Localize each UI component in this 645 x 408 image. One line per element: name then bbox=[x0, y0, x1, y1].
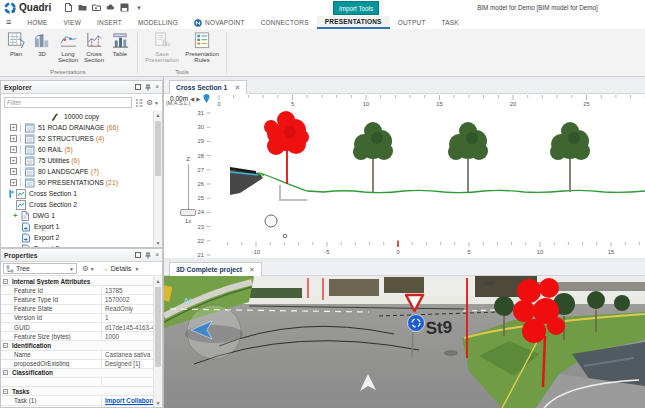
menu-tab-modelling[interactable]: MODELLING bbox=[130, 16, 186, 29]
plan-button[interactable]: Plan bbox=[4, 31, 28, 57]
folder-image-icon[interactable] bbox=[92, 3, 101, 12]
menu-tab-view[interactable]: VIEW bbox=[56, 16, 89, 29]
scroll-down-icon[interactable]: ▼ bbox=[154, 400, 162, 406]
expand-icon[interactable]: + bbox=[10, 168, 17, 175]
property-value: Castanea sativa bbox=[101, 351, 153, 359]
scroll-down-icon[interactable]: ▼ bbox=[154, 240, 162, 246]
property-section-identification[interactable]: −Identification bbox=[1, 341, 153, 350]
property-section-classification[interactable]: −Classification bbox=[1, 369, 153, 378]
tree-item-dwg-1[interactable]: +DWG 1 bbox=[1, 210, 153, 221]
menu-tab-insert[interactable]: INSERT bbox=[89, 16, 130, 29]
pin-icon[interactable] bbox=[145, 252, 151, 259]
presentation-rules-button[interactable]: Presentation Rules bbox=[183, 31, 221, 64]
cross-section-button[interactable]: Cross Section bbox=[82, 31, 106, 64]
collapse-icon[interactable]: − bbox=[3, 370, 8, 375]
close-tab-icon[interactable]: ✕ bbox=[234, 84, 240, 92]
property-section-tasks[interactable]: −Tasks bbox=[1, 387, 153, 396]
tree-item-label: 80 LANDSCAPE bbox=[38, 168, 89, 175]
tree-item-52-structures[interactable]: +52 STRUCTURES(4) bbox=[1, 133, 153, 144]
tree-item-51-road-drainage[interactable]: +51 ROAD DRAINAGE(66) bbox=[1, 122, 153, 133]
table-button[interactable]: Table bbox=[108, 31, 132, 57]
property-row-guid: GUIDd17de145-4163-4e4b-a... bbox=[1, 323, 153, 332]
close-tab-icon[interactable]: ✕ bbox=[249, 266, 255, 274]
item-count: (6) bbox=[71, 157, 79, 164]
save-presentation-icon bbox=[153, 31, 172, 50]
collapse-icon[interactable]: − bbox=[3, 279, 8, 284]
filter-input[interactable] bbox=[4, 97, 132, 108]
scroll-up-icon[interactable]: ▲ bbox=[154, 112, 162, 118]
tab-cross-section-1[interactable]: Cross Section 1 ✕ bbox=[169, 80, 247, 94]
collapse-icon[interactable]: − bbox=[3, 343, 8, 348]
tree-item-60-rail[interactable]: +60 RAIL(5) bbox=[1, 144, 153, 155]
tree-guide-line bbox=[20, 134, 21, 143]
svg-text:24: 24 bbox=[198, 209, 205, 215]
previous-station-icon[interactable]: ◀ bbox=[190, 96, 194, 102]
expand-icon[interactable]: + bbox=[10, 146, 17, 153]
tree-item-90-presentations[interactable]: +90 PRESENTATIONS(21) bbox=[1, 177, 153, 188]
scrollbar-thumb[interactable] bbox=[155, 121, 161, 176]
float-window-icon[interactable] bbox=[135, 252, 141, 258]
settings-gear-icon[interactable]: ⚙▼ bbox=[146, 98, 159, 107]
tree-guide-line bbox=[20, 178, 21, 187]
details-button[interactable]: → Details ▼ bbox=[102, 265, 140, 272]
cross-section-canvas[interactable]: 0.00m ◀ ▶ (M.A.S.L.) Z 1x 0510152025 -10… bbox=[164, 94, 645, 258]
tree-item-cross-section-2[interactable]: Cross Section 2 bbox=[1, 199, 153, 210]
tree-item-export-3[interactable]: Export 3 bbox=[1, 243, 153, 247]
pin-icon[interactable] bbox=[145, 84, 151, 91]
menu-tab-home[interactable]: HOME bbox=[19, 16, 55, 29]
tree-item-75-utilities[interactable]: +75 Utilities(6) bbox=[1, 155, 153, 166]
cloud-share-icon[interactable] bbox=[106, 3, 115, 12]
menu-tab-presentations[interactable]: PRESENTATIONS bbox=[317, 16, 390, 29]
3d-canvas[interactable]: St9 St63 N bbox=[164, 276, 645, 408]
new-document-icon[interactable] bbox=[64, 3, 73, 12]
menu-tab-output[interactable]: OUTPUT bbox=[390, 16, 434, 29]
viewer-3d: 3D Complete project ✕ bbox=[164, 262, 645, 408]
float-window-icon[interactable] bbox=[135, 84, 141, 90]
selected-tree[interactable] bbox=[264, 111, 309, 184]
tree-view-icon[interactable] bbox=[135, 93, 143, 111]
close-panel-icon[interactable]: × bbox=[155, 84, 159, 91]
titlebar: Quadri ▼ Import Tools BIM model for Demo… bbox=[0, 0, 645, 16]
menu-tabs: HOMEVIEWINSERTMODELLINGNOVAPOINTCONNECTO… bbox=[19, 16, 467, 29]
properties-source-select[interactable]: Tree ▼ bbox=[3, 263, 77, 274]
3d-button[interactable]: 3D bbox=[30, 31, 54, 57]
settings-gear-icon[interactable]: ⚙ bbox=[82, 264, 89, 273]
slider-track[interactable] bbox=[188, 164, 189, 212]
menu-tab-task[interactable]: TASK bbox=[434, 16, 467, 29]
slider-thumb[interactable] bbox=[180, 209, 196, 216]
task-link[interactable]: Import Collaboration B... bbox=[101, 396, 153, 404]
properties-scrollbar[interactable]: ▲ ▼ bbox=[153, 277, 162, 407]
scrollbar-thumb[interactable] bbox=[155, 287, 161, 367]
save-icon[interactable] bbox=[120, 3, 129, 12]
import-tools-button[interactable]: Import Tools bbox=[333, 1, 379, 15]
road-cross-section bbox=[230, 167, 264, 195]
tree-item-cross-section-1[interactable]: Cross Section 1 bbox=[1, 188, 153, 199]
close-panel-icon[interactable]: × bbox=[155, 252, 159, 259]
tree-item-10000-copy[interactable]: 10000 copy bbox=[1, 111, 153, 122]
open-folder-icon[interactable] bbox=[78, 3, 87, 12]
menu-tab-novapoint[interactable]: NOVAPOINT bbox=[186, 16, 253, 29]
long-section-button[interactable]: Long Section bbox=[56, 31, 80, 64]
qat-dropdown-icon[interactable]: ▼ bbox=[136, 5, 142, 11]
svg-text:20: 20 bbox=[510, 101, 516, 107]
tree-item-export-1[interactable]: Export 1 bbox=[1, 221, 153, 232]
tree-item-80-landscape[interactable]: +80 LANDSCAPE(7) bbox=[1, 166, 153, 177]
explorer-scrollbar[interactable]: ▲ ▼ bbox=[153, 111, 162, 247]
expand-icon[interactable]: + bbox=[10, 124, 17, 131]
task-link[interactable]: Import [Plants dwg 1... bbox=[101, 406, 153, 407]
collapse-icon[interactable]: − bbox=[3, 389, 8, 394]
property-section-internal-system-attributes[interactable]: −Internal System Attributes bbox=[1, 277, 153, 286]
expand-icon[interactable]: + bbox=[10, 157, 17, 164]
tab-3d-complete-project[interactable]: 3D Complete project ✕ bbox=[169, 262, 262, 276]
scroll-up-icon[interactable]: ▲ bbox=[154, 278, 162, 284]
next-station-icon[interactable]: ▶ bbox=[196, 96, 200, 102]
expand-icon[interactable]: + bbox=[10, 135, 17, 142]
expand-icon[interactable]: + bbox=[10, 179, 17, 186]
menu-tab-connectors[interactable]: CONNECTORS bbox=[253, 16, 317, 29]
pipe-circle-marker bbox=[265, 215, 277, 227]
green-trees[interactable] bbox=[353, 122, 590, 192]
z-scale-slider[interactable]: Z 1x bbox=[178, 156, 198, 224]
chevron-down-icon[interactable]: ▼ bbox=[90, 266, 95, 272]
hamburger-menu-icon[interactable]: ≡ bbox=[6, 16, 11, 29]
tree-item-export-2[interactable]: Export 2 bbox=[1, 232, 153, 243]
